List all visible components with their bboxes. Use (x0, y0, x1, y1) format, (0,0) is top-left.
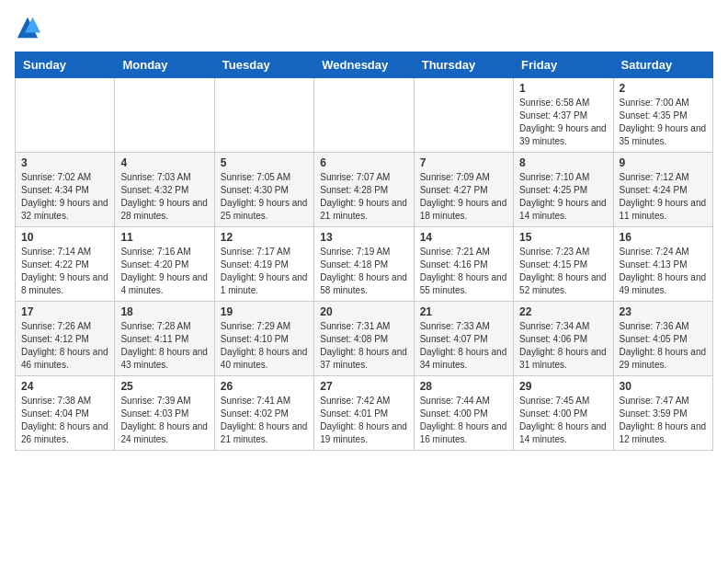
calendar-cell: 7Sunrise: 7:09 AM Sunset: 4:27 PM Daylig… (414, 153, 513, 227)
day-info: Sunrise: 7:33 AM Sunset: 4:07 PM Dayligh… (420, 320, 507, 372)
calendar-cell: 14Sunrise: 7:21 AM Sunset: 4:16 PM Dayli… (414, 227, 513, 302)
calendar-cell: 3Sunrise: 7:02 AM Sunset: 4:34 PM Daylig… (16, 153, 115, 227)
day-number: 29 (519, 380, 607, 393)
calendar-cell: 22Sunrise: 7:34 AM Sunset: 4:06 PM Dayli… (514, 302, 613, 376)
day-info: Sunrise: 7:26 AM Sunset: 4:12 PM Dayligh… (21, 320, 108, 372)
day-info: Sunrise: 7:29 AM Sunset: 4:10 PM Dayligh… (221, 320, 308, 372)
weekday-header-monday: Monday (115, 52, 214, 78)
weekday-header-wednesday: Wednesday (314, 52, 414, 78)
calendar-table: SundayMondayTuesdayWednesdayThursdayFrid… (15, 52, 713, 451)
calendar-cell: 17Sunrise: 7:26 AM Sunset: 4:12 PM Dayli… (16, 302, 115, 376)
day-info: Sunrise: 7:10 AM Sunset: 4:25 PM Dayligh… (519, 171, 607, 223)
calendar-cell: 23Sunrise: 7:36 AM Sunset: 4:05 PM Dayli… (613, 302, 712, 376)
weekday-header-row: SundayMondayTuesdayWednesdayThursdayFrid… (16, 52, 713, 78)
calendar-cell: 8Sunrise: 7:10 AM Sunset: 4:25 PM Daylig… (514, 153, 613, 227)
day-info: Sunrise: 7:41 AM Sunset: 4:02 PM Dayligh… (221, 395, 308, 446)
day-number: 11 (120, 231, 208, 244)
weekday-header-sunday: Sunday (16, 52, 115, 78)
calendar-cell (115, 78, 214, 153)
day-info: Sunrise: 7:28 AM Sunset: 4:11 PM Dayligh… (120, 320, 208, 372)
calendar-cell: 21Sunrise: 7:33 AM Sunset: 4:07 PM Dayli… (414, 302, 513, 376)
day-number: 4 (120, 156, 208, 169)
day-info: Sunrise: 7:38 AM Sunset: 4:04 PM Dayligh… (21, 395, 108, 446)
day-info: Sunrise: 7:16 AM Sunset: 4:20 PM Dayligh… (120, 246, 208, 297)
logo (15, 15, 44, 40)
day-info: Sunrise: 7:05 AM Sunset: 4:30 PM Dayligh… (221, 171, 308, 223)
day-number: 16 (620, 231, 707, 244)
calendar-week-0: 1Sunrise: 6:58 AM Sunset: 4:37 PM Daylig… (16, 78, 713, 153)
day-info: Sunrise: 7:39 AM Sunset: 4:03 PM Dayligh… (120, 395, 208, 446)
day-number: 20 (320, 305, 407, 318)
calendar-cell (414, 78, 513, 153)
day-info: Sunrise: 7:21 AM Sunset: 4:16 PM Dayligh… (420, 246, 507, 297)
calendar-cell: 10Sunrise: 7:14 AM Sunset: 4:22 PM Dayli… (16, 227, 115, 302)
weekday-header-friday: Friday (514, 52, 613, 78)
day-info: Sunrise: 7:03 AM Sunset: 4:32 PM Dayligh… (120, 171, 208, 223)
day-info: Sunrise: 7:31 AM Sunset: 4:08 PM Dayligh… (320, 320, 407, 372)
calendar-cell: 19Sunrise: 7:29 AM Sunset: 4:10 PM Dayli… (214, 302, 313, 376)
calendar-cell: 9Sunrise: 7:12 AM Sunset: 4:24 PM Daylig… (613, 153, 712, 227)
day-number: 17 (21, 305, 108, 318)
calendar-cell: 28Sunrise: 7:44 AM Sunset: 4:00 PM Dayli… (414, 376, 513, 451)
day-info: Sunrise: 7:23 AM Sunset: 4:15 PM Dayligh… (519, 246, 607, 297)
day-number: 18 (120, 305, 208, 318)
day-info: Sunrise: 7:24 AM Sunset: 4:13 PM Dayligh… (620, 246, 707, 297)
day-info: Sunrise: 7:00 AM Sunset: 4:35 PM Dayligh… (620, 97, 707, 148)
calendar-week-4: 24Sunrise: 7:38 AM Sunset: 4:04 PM Dayli… (16, 376, 713, 451)
day-info: Sunrise: 7:12 AM Sunset: 4:24 PM Dayligh… (620, 171, 707, 223)
day-info: Sunrise: 7:45 AM Sunset: 4:00 PM Dayligh… (519, 395, 607, 446)
day-number: 2 (620, 82, 707, 95)
day-info: Sunrise: 7:36 AM Sunset: 4:05 PM Dayligh… (620, 320, 707, 372)
calendar-cell: 16Sunrise: 7:24 AM Sunset: 4:13 PM Dayli… (613, 227, 712, 302)
day-info: Sunrise: 7:02 AM Sunset: 4:34 PM Dayligh… (21, 171, 108, 223)
calendar-cell: 29Sunrise: 7:45 AM Sunset: 4:00 PM Dayli… (514, 376, 613, 451)
day-number: 24 (21, 380, 108, 393)
calendar-cell: 20Sunrise: 7:31 AM Sunset: 4:08 PM Dayli… (314, 302, 414, 376)
calendar-cell (314, 78, 414, 153)
day-number: 23 (620, 305, 707, 318)
day-number: 28 (420, 380, 507, 393)
calendar-cell: 4Sunrise: 7:03 AM Sunset: 4:32 PM Daylig… (115, 153, 214, 227)
day-info: Sunrise: 7:19 AM Sunset: 4:18 PM Dayligh… (320, 246, 407, 297)
calendar-cell (214, 78, 313, 153)
day-info: Sunrise: 7:42 AM Sunset: 4:01 PM Dayligh… (320, 395, 407, 446)
page-header (15, 15, 713, 40)
day-number: 9 (620, 156, 707, 169)
calendar-cell: 6Sunrise: 7:07 AM Sunset: 4:28 PM Daylig… (314, 153, 414, 227)
day-number: 13 (320, 231, 407, 244)
day-number: 22 (519, 305, 607, 318)
calendar-cell: 12Sunrise: 7:17 AM Sunset: 4:19 PM Dayli… (214, 227, 313, 302)
day-number: 25 (120, 380, 208, 393)
calendar-cell (16, 78, 115, 153)
day-number: 12 (221, 231, 308, 244)
day-number: 6 (320, 156, 407, 169)
calendar-cell: 25Sunrise: 7:39 AM Sunset: 4:03 PM Dayli… (115, 376, 214, 451)
day-number: 10 (21, 231, 108, 244)
calendar-cell: 2Sunrise: 7:00 AM Sunset: 4:35 PM Daylig… (613, 78, 712, 153)
calendar-cell: 11Sunrise: 7:16 AM Sunset: 4:20 PM Dayli… (115, 227, 214, 302)
calendar-cell: 30Sunrise: 7:47 AM Sunset: 3:59 PM Dayli… (613, 376, 712, 451)
day-number: 7 (420, 156, 507, 169)
day-info: Sunrise: 7:09 AM Sunset: 4:27 PM Dayligh… (420, 171, 507, 223)
day-number: 21 (420, 305, 507, 318)
day-number: 19 (221, 305, 308, 318)
day-number: 3 (21, 156, 108, 169)
logo-icon (15, 15, 40, 40)
day-info: Sunrise: 7:14 AM Sunset: 4:22 PM Dayligh… (21, 246, 108, 297)
day-info: Sunrise: 7:34 AM Sunset: 4:06 PM Dayligh… (519, 320, 607, 372)
day-number: 5 (221, 156, 308, 169)
calendar-cell: 27Sunrise: 7:42 AM Sunset: 4:01 PM Dayli… (314, 376, 414, 451)
calendar-cell: 13Sunrise: 7:19 AM Sunset: 4:18 PM Dayli… (314, 227, 414, 302)
calendar-week-1: 3Sunrise: 7:02 AM Sunset: 4:34 PM Daylig… (16, 153, 713, 227)
weekday-header-thursday: Thursday (414, 52, 513, 78)
day-number: 8 (519, 156, 607, 169)
calendar-week-2: 10Sunrise: 7:14 AM Sunset: 4:22 PM Dayli… (16, 227, 713, 302)
weekday-header-saturday: Saturday (613, 52, 712, 78)
weekday-header-tuesday: Tuesday (214, 52, 313, 78)
calendar-cell: 5Sunrise: 7:05 AM Sunset: 4:30 PM Daylig… (214, 153, 313, 227)
day-number: 15 (519, 231, 607, 244)
day-info: Sunrise: 7:07 AM Sunset: 4:28 PM Dayligh… (320, 171, 407, 223)
calendar-cell: 1Sunrise: 6:58 AM Sunset: 4:37 PM Daylig… (514, 78, 613, 153)
day-number: 30 (620, 380, 707, 393)
day-number: 26 (221, 380, 308, 393)
